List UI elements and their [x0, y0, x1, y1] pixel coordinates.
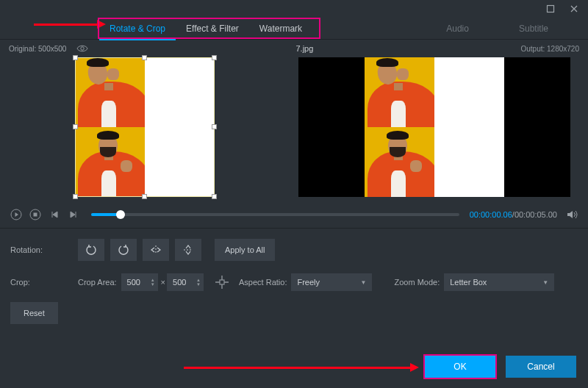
crop-label: Crop:: [10, 278, 78, 287]
playback-bar: 00:00:00.06/00:00:05.00: [0, 201, 588, 223]
aspect-ratio-label: Aspect Ratio:: [239, 278, 287, 287]
tab-audio: Audio: [436, 18, 479, 40]
next-frame-button[interactable]: [66, 207, 81, 222]
cancel-button[interactable]: Cancel: [506, 356, 576, 378]
output-size-label: Output: 1280x720: [520, 45, 579, 53]
original-size-label: Original: 500x500: [9, 45, 66, 53]
spin-down-icon[interactable]: ▼: [151, 282, 155, 287]
crop-width-input[interactable]: 500 ▲▼: [121, 273, 158, 291]
rotate-ccw-button[interactable]: [78, 239, 104, 261]
zoom-mode-select[interactable]: Letter Box▼: [444, 273, 554, 291]
chevron-down-icon: ▼: [542, 279, 548, 286]
timeline-slider[interactable]: [91, 213, 459, 216]
center-crop-button[interactable]: [211, 271, 233, 293]
controls-panel: Rotation: Apply to All Crop: Crop Area: …: [0, 228, 588, 328]
crop-height-input[interactable]: 500 ▲▼: [167, 273, 204, 291]
annotation-arrow-ok: [184, 367, 412, 369]
tab-watermark[interactable]: Watermark: [249, 18, 312, 40]
maximize-button[interactable]: [542, 2, 559, 15]
spin-down-icon[interactable]: ▼: [196, 282, 201, 287]
prev-frame-button[interactable]: [47, 207, 62, 222]
chevron-down-icon: ▼: [361, 279, 367, 286]
play-button[interactable]: [9, 207, 24, 222]
svg-rect-5: [220, 280, 224, 284]
stop-button[interactable]: [28, 207, 43, 222]
crop-area-label: Crop Area:: [78, 278, 117, 287]
svg-rect-0: [548, 6, 554, 12]
preview-info-row: Original: 500x500 7.jpg Output: 1280x720: [0, 40, 588, 54]
tab-subtitle: Subtitle: [509, 18, 559, 40]
source-preview[interactable]: [9, 57, 281, 197]
reset-button[interactable]: Reset: [10, 302, 58, 324]
dialog-footer: OK Cancel: [0, 328, 588, 388]
timeline-scrubber[interactable]: [116, 210, 125, 219]
current-filename: 7.jpg: [88, 44, 520, 53]
dialog-tabs: Rotate & Crop Effect & Filter Watermark …: [0, 18, 588, 40]
rotate-crop-dialog: Rotate & Crop Effect & Filter Watermark …: [0, 0, 588, 388]
output-preview: [298, 57, 570, 197]
preview-toggle-icon[interactable]: [76, 44, 88, 53]
svg-rect-4: [34, 213, 37, 217]
rotate-cw-button[interactable]: [110, 239, 137, 261]
titlebar: [0, 0, 588, 18]
ok-button[interactable]: OK: [425, 356, 495, 378]
playback-time: 00:00:00.06/00:00:05.00: [470, 210, 557, 219]
zoom-mode-label: Zoom Mode:: [394, 278, 440, 287]
close-button[interactable]: [566, 2, 582, 15]
svg-point-1: [81, 47, 84, 50]
flip-vertical-button[interactable]: [175, 239, 201, 261]
aspect-ratio-select[interactable]: Freely▼: [291, 273, 372, 291]
tab-rotate-crop[interactable]: Rotate & Crop: [99, 18, 176, 40]
rotation-label: Rotation:: [10, 245, 78, 254]
dimension-separator: ×: [161, 278, 165, 287]
apply-to-all-button[interactable]: Apply to All: [215, 239, 275, 261]
volume-button[interactable]: [566, 208, 579, 221]
annotation-arrow-tabs: [34, 24, 98, 26]
flip-horizontal-button[interactable]: [143, 239, 169, 261]
tab-effect-filter[interactable]: Effect & Filter: [176, 18, 249, 40]
current-time: 00:00:00.06: [470, 210, 512, 219]
preview-area: [0, 54, 588, 201]
